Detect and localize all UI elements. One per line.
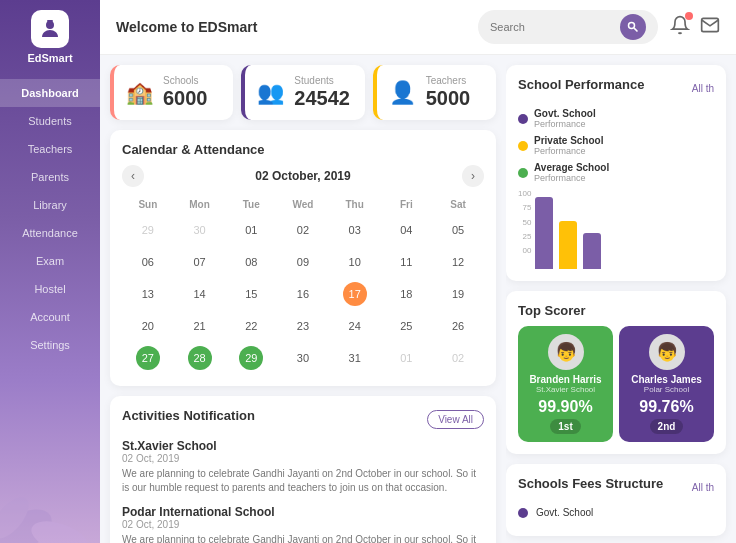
calendar-header: ‹ 02 October, 2019 › [122, 165, 484, 187]
calendar-day[interactable]: 22 [225, 310, 277, 342]
scorer-rank: 1st [550, 419, 580, 434]
calendar-day[interactable]: 24 [329, 310, 381, 342]
y-label-100: 100 [518, 189, 531, 198]
top-scorer-title: Top Scorer [518, 303, 714, 318]
logo: EdSmart [27, 10, 72, 64]
schools-icon: 🏫 [126, 80, 153, 106]
brand-name: EdSmart [27, 52, 72, 64]
calendar-day[interactable]: 25 [381, 310, 433, 342]
sidebar-item-hostel[interactable]: Hostel [0, 275, 100, 303]
decorative-leaves [0, 423, 100, 543]
activity-text: We are planning to celebrate Gandhi Jaya… [122, 467, 484, 495]
legend-sub: Performance [534, 173, 609, 183]
calendar-day[interactable]: 20 [122, 310, 174, 342]
scorer-cards: 👦 Branden Harris St.Xavier School 99.90%… [518, 326, 714, 442]
messages-icon-wrap[interactable] [700, 15, 720, 39]
y-label-00: 00 [522, 246, 531, 255]
bars-area [535, 189, 714, 269]
legend-sub: Performance [534, 146, 603, 156]
calendar-day[interactable]: 03 [329, 214, 381, 246]
sidebar: EdSmart Dashboard Students Teachers Pare… [0, 0, 100, 543]
legend-dot [518, 141, 528, 151]
sidebar-item-parents[interactable]: Parents [0, 163, 100, 191]
calendar-day[interactable]: 13 [122, 278, 174, 310]
calendar-day[interactable]: 01 [381, 342, 433, 374]
cal-next-button[interactable]: › [462, 165, 484, 187]
calendar-day[interactable]: 18 [381, 278, 433, 310]
svg-point-5 [629, 23, 635, 29]
students-value: 24542 [294, 86, 350, 110]
sidebar-item-account[interactable]: Account [0, 303, 100, 331]
calendar-grid: Sun Mon Tue Wed Thu Fri Sat 293001020304… [122, 195, 484, 374]
y-label-75: 75 [522, 203, 531, 212]
activities-list: St.Xavier School 02 Oct, 2019 We are pla… [122, 439, 484, 543]
calendar-day[interactable]: 08 [225, 246, 277, 278]
calendar-day[interactable]: 29 [225, 342, 277, 374]
sidebar-nav: Dashboard Students Teachers Parents Libr… [0, 79, 100, 359]
page-title: Welcome to EDSmart [116, 19, 466, 35]
sidebar-item-dashboard[interactable]: Dashboard [0, 79, 100, 107]
calendar-day[interactable]: 11 [381, 246, 433, 278]
legend-label: Private School [534, 135, 603, 146]
calendar-day[interactable]: 15 [225, 278, 277, 310]
calendar-day[interactable]: 23 [277, 310, 329, 342]
calendar-day[interactable]: 01 [225, 214, 277, 246]
calendar-day[interactable]: 09 [277, 246, 329, 278]
calendar-day[interactable]: 28 [174, 342, 226, 374]
calendar-day[interactable]: 06 [122, 246, 174, 278]
calendar-day[interactable]: 16 [277, 278, 329, 310]
cal-prev-button[interactable]: ‹ [122, 165, 144, 187]
teachers-icon: 👤 [389, 80, 416, 106]
calendar-day[interactable]: 04 [381, 214, 433, 246]
y-label-25: 25 [522, 232, 531, 241]
calendar-day[interactable]: 05 [432, 214, 484, 246]
notifications-icon-wrap[interactable] [670, 15, 690, 39]
sidebar-item-students[interactable]: Students [0, 107, 100, 135]
sidebar-item-library[interactable]: Library [0, 191, 100, 219]
bar [583, 233, 601, 269]
calendar-day[interactable]: 27 [122, 342, 174, 374]
view-all-button[interactable]: View All [427, 410, 484, 429]
scorer-school: Polar School [644, 385, 689, 394]
calendar-day[interactable]: 10 [329, 246, 381, 278]
search-input[interactable] [490, 21, 620, 33]
calendar-day[interactable]: 02 [432, 342, 484, 374]
calendar-day[interactable]: 12 [432, 246, 484, 278]
notification-badge [685, 12, 693, 20]
activity-school: Podar International School [122, 505, 484, 519]
scorer-percentage: 99.76% [639, 398, 693, 416]
right-column: School Performance All th Govt. School P… [506, 55, 736, 543]
cal-header-mon: Mon [174, 195, 226, 214]
activities-title: Activities Notification [122, 408, 255, 423]
calendar-day[interactable]: 26 [432, 310, 484, 342]
calendar-day[interactable]: 02 [277, 214, 329, 246]
fees-all-link[interactable]: All th [692, 482, 714, 493]
scorer-name: Branden Harris [529, 374, 601, 385]
search-button[interactable] [620, 14, 646, 40]
calendar-day[interactable]: 31 [329, 342, 381, 374]
left-column: 🏫 Schools 6000 👥 Students 24542 👤 [100, 55, 506, 543]
calendar-day[interactable]: 30 [174, 214, 226, 246]
logo-icon [31, 10, 69, 48]
calendar-day[interactable]: 17 [329, 278, 381, 310]
sidebar-item-settings[interactable]: Settings [0, 331, 100, 359]
perf-all-link[interactable]: All th [692, 83, 714, 94]
cal-header-tue: Tue [225, 195, 277, 214]
calendar-day[interactable]: 14 [174, 278, 226, 310]
scorer-school: St.Xavier School [536, 385, 595, 394]
calendar-day[interactable]: 19 [432, 278, 484, 310]
sidebar-item-exam[interactable]: Exam [0, 247, 100, 275]
scorer-rank: 2nd [650, 419, 684, 434]
calendar-day[interactable]: 21 [174, 310, 226, 342]
scorer-card: 👦 Charles James Polar School 99.76% 2nd [619, 326, 714, 442]
cal-header-fri: Fri [381, 195, 433, 214]
scorer-percentage: 99.90% [538, 398, 592, 416]
sidebar-item-teachers[interactable]: Teachers [0, 135, 100, 163]
calendar-day[interactable]: 29 [122, 214, 174, 246]
fee-item: Govt. School [518, 507, 714, 518]
sidebar-item-attendance[interactable]: Attendance [0, 219, 100, 247]
top-scorer-card: Top Scorer 👦 Branden Harris St.Xavier Sc… [506, 291, 726, 454]
calendar-day[interactable]: 07 [174, 246, 226, 278]
calendar-day[interactable]: 30 [277, 342, 329, 374]
activities-card: Activities Notification View All St.Xavi… [110, 396, 496, 543]
